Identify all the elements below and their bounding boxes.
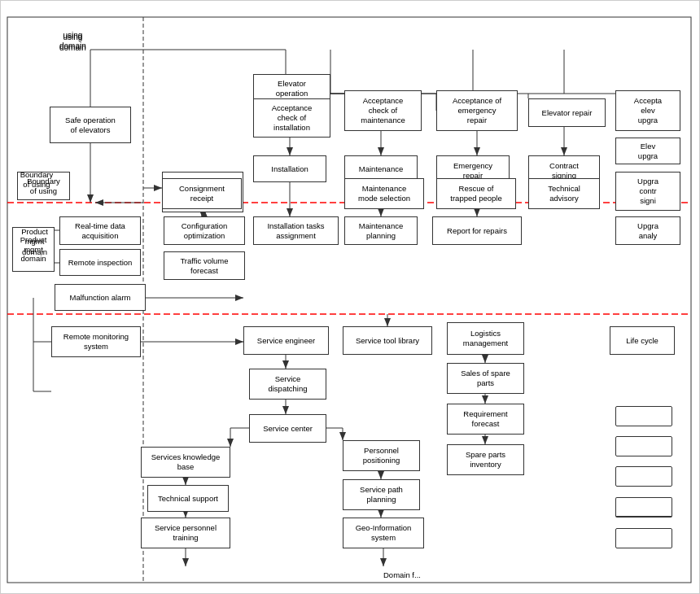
svg-marker-42 (227, 439, 234, 447)
spare-parts-inv: Spare parts inventory (447, 444, 524, 475)
svg-marker-76 (380, 558, 387, 566)
malfunction-alarm: Malfunction alarm (55, 284, 146, 311)
svg-marker-53 (378, 509, 384, 518)
sales-spare: Sales of spare parts (447, 363, 524, 394)
service-personnel: Service personnel training (141, 518, 230, 548)
svg-marker-78 (95, 199, 103, 206)
personnel-pos: Personnel positioning (343, 440, 420, 471)
elevator-repair: Elevator repair (528, 98, 606, 127)
technical-advisory: Technical advisory (528, 178, 600, 209)
services-knowledge: Services knowledge base (141, 447, 230, 478)
elev-upgr: Elev upgra (615, 138, 680, 164)
maintenance-plan: Maintenance planning (344, 216, 418, 245)
legend-box3 (615, 466, 672, 487)
svg-marker-27 (287, 208, 293, 216)
accepta-elev-upgr: Accepta elev upgra (615, 90, 680, 131)
using-domain-text: using domain (59, 30, 86, 51)
svg-marker-31 (474, 208, 480, 216)
service-path: Service path planning (343, 479, 420, 510)
svg-marker-29 (378, 208, 384, 216)
installation: Installation (253, 155, 326, 182)
svg-marker-44 (182, 477, 189, 485)
svg-marker-57 (482, 395, 488, 404)
svg-marker-14 (378, 147, 384, 155)
svg-marker-35 (235, 338, 243, 345)
service-dispatching: Service dispatching (249, 369, 326, 400)
service-center: Service center (249, 414, 326, 443)
realtime-data: Real-time data acquisition (59, 216, 141, 245)
svg-marker-59 (482, 436, 488, 444)
svg-marker-33 (235, 295, 243, 301)
diagram-container: using domain Safe operation of elevators… (0, 0, 700, 594)
install-tasks: Installation tasks assignment (253, 216, 339, 245)
traffic-forecast: Traffic volume forecast (164, 251, 245, 280)
safe-op: Safe operation of elevators (50, 107, 131, 143)
svg-marker-74 (182, 558, 189, 566)
req-forecast: Requirement forecast (447, 404, 524, 435)
geo-info: Geo-Information system (343, 518, 424, 548)
remote-inspect: Remote inspection (59, 249, 141, 276)
svg-marker-51 (378, 471, 384, 479)
legend-box4 (615, 497, 672, 518)
remote-monitoring: Remote monitoring system (51, 326, 141, 357)
boundary-label: Boundary of using (12, 170, 61, 190)
logistics-mgmt: Logistics management (447, 322, 524, 355)
config-optim: Configuration optimization (164, 216, 245, 245)
domain-footer-label: Domain f... (383, 570, 421, 580)
service-tool-lib: Service tool library (343, 326, 432, 355)
svg-marker-55 (482, 355, 488, 363)
service-engineer: Service engineer (243, 326, 329, 355)
maintenance-mode: Maintenance mode selection (344, 178, 424, 209)
legend-box5 (615, 528, 672, 548)
product-mgmt-label: Product mgmt domain (12, 227, 57, 257)
svg-marker-67 (154, 185, 162, 191)
acceptance-emergency: Acceptance of emergency repair (436, 90, 518, 131)
svg-marker-6 (87, 194, 94, 203)
acceptance-install: Acceptance check of installation (253, 98, 330, 138)
svg-marker-16 (474, 147, 480, 155)
upgra-contr-signi: Upgra contr signi (615, 172, 680, 211)
svg-marker-49 (339, 432, 346, 440)
consignment: Consignment receipt (162, 178, 242, 209)
legend-box1 (615, 406, 672, 426)
upgra-analy: Upgra analy (615, 216, 680, 245)
rescue-trapped: Rescue of trapped people (436, 178, 516, 209)
technical-support: Technical support (147, 485, 229, 512)
svg-marker-18 (561, 147, 567, 155)
svg-marker-72 (384, 318, 391, 326)
svg-marker-37 (282, 360, 289, 369)
svg-marker-12 (287, 147, 293, 155)
svg-marker-39 (282, 406, 289, 414)
legend-box2 (615, 436, 672, 456)
report-repairs: Report for repairs (432, 216, 522, 245)
acceptance-maint: Acceptance check of maintenance (344, 90, 422, 131)
life-cycle: Life cycle (610, 326, 675, 355)
